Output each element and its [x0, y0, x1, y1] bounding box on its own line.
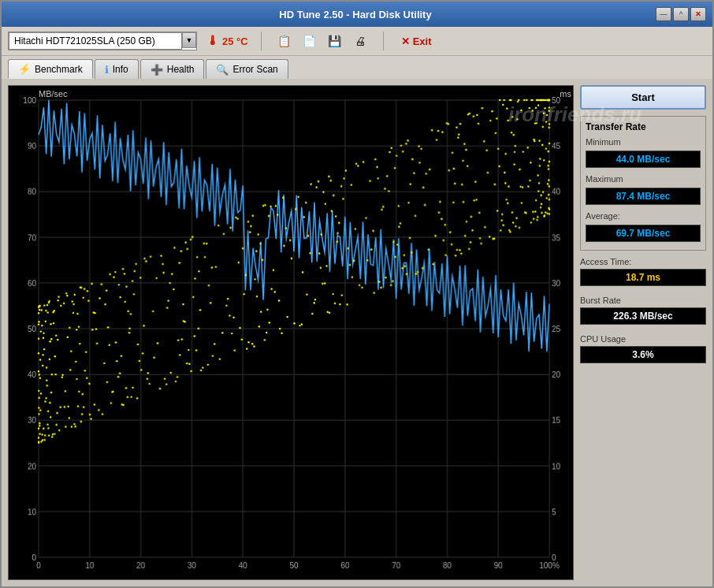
cpu-usage-label: CPU Usage	[580, 334, 706, 344]
errorscan-tab-icon: 🔍	[216, 64, 229, 76]
access-time-value: 18.7 ms	[580, 269, 706, 286]
tab-bar: ⚡ Benchmark ℹ Info ➕ Health 🔍 Error Scan	[2, 56, 712, 79]
disk-dropdown-arrow[interactable]: ▼	[182, 32, 196, 48]
disk-selector: Hitachi HDT721025SLA (250 GB) ▼	[8, 32, 197, 50]
title-bar: HD Tune 2.50 - Hard Disk Utility — ^ ✕	[2, 2, 712, 27]
info-tab-icon: ℹ	[105, 64, 109, 76]
toolbar: Hitachi HDT721025SLA (250 GB) ▼ 🌡 25 °C …	[2, 27, 712, 56]
main-window: HD Tune 2.50 - Hard Disk Utility — ^ ✕ H…	[0, 0, 714, 588]
copy2-icon-btn[interactable]: 📄	[299, 32, 320, 50]
minimize-button[interactable]: —	[656, 7, 671, 21]
toolbar-icons: 📋 📄 💾 🖨	[274, 32, 370, 50]
maximum-value: 87.4 MB/sec	[586, 188, 701, 205]
benchmark-chart	[9, 86, 573, 579]
start-button[interactable]: Start	[580, 85, 706, 110]
save-icon-btn[interactable]: 💾	[325, 32, 345, 50]
average-label: Average:	[586, 211, 701, 221]
chart-area	[8, 85, 574, 580]
minimum-label: Minimum	[586, 137, 701, 147]
temperature-display: 🌡 25 °C	[206, 34, 248, 48]
toolbar-separator-1	[261, 32, 262, 50]
toolbar-separator-2	[383, 32, 384, 50]
health-tab-icon: ➕	[151, 64, 163, 76]
burst-rate-label: Burst Rate	[580, 296, 706, 305]
disk-dropdown-text[interactable]: Hitachi HDT721025SLA (250 GB)	[9, 32, 182, 50]
average-value: 69.7 MB/sec	[586, 225, 701, 242]
burst-rate-section: Burst Rate 226.3 MB/sec	[580, 296, 706, 328]
restore-button[interactable]: ^	[673, 7, 689, 21]
tab-benchmark[interactable]: ⚡ Benchmark	[8, 59, 93, 79]
exit-button[interactable]: ✕ Exit	[396, 34, 437, 49]
print-icon-btn[interactable]: 🖨	[350, 32, 370, 50]
exit-label: Exit	[413, 35, 432, 47]
copy-icon-btn[interactable]: 📋	[274, 32, 295, 50]
burst-rate-value: 226.3 MB/sec	[580, 307, 706, 325]
maximum-label: Maximum	[586, 174, 701, 184]
health-tab-label: Health	[167, 64, 195, 75]
benchmark-tab-label: Benchmark	[35, 64, 83, 75]
tab-health[interactable]: ➕ Health	[140, 59, 205, 79]
window-title: HD Tune 2.50 - Hard Disk Utility	[55, 9, 656, 20]
access-time-label: Access Time:	[580, 257, 706, 266]
close-button[interactable]: ✕	[690, 7, 706, 21]
tab-info[interactable]: ℹ Info	[95, 59, 139, 79]
minimum-value: 44.0 MB/sec	[586, 151, 701, 168]
benchmark-tab-icon: ⚡	[18, 63, 31, 75]
cpu-usage-section: CPU Usage 3.6%	[580, 334, 706, 367]
exit-icon: ✕	[401, 35, 410, 47]
title-bar-buttons: — ^ ✕	[656, 7, 706, 21]
access-time-section: Access Time: 18.7 ms	[580, 257, 706, 289]
temperature-value: 25 °C	[222, 35, 248, 47]
errorscan-tab-label: Error Scan	[232, 64, 277, 75]
main-content: ironfriends.ru Start Transfer Rate Minim…	[2, 79, 712, 586]
transfer-rate-title: Transfer Rate	[586, 121, 701, 132]
transfer-rate-group: Transfer Rate Minimum 44.0 MB/sec Maximu…	[580, 116, 706, 251]
info-tab-label: Info	[113, 64, 128, 75]
tab-errorscan[interactable]: 🔍 Error Scan	[206, 59, 288, 79]
right-panel: Start Transfer Rate Minimum 44.0 MB/sec …	[580, 85, 706, 580]
thermometer-icon: 🌡	[206, 34, 219, 48]
cpu-usage-value: 3.6%	[580, 346, 706, 363]
